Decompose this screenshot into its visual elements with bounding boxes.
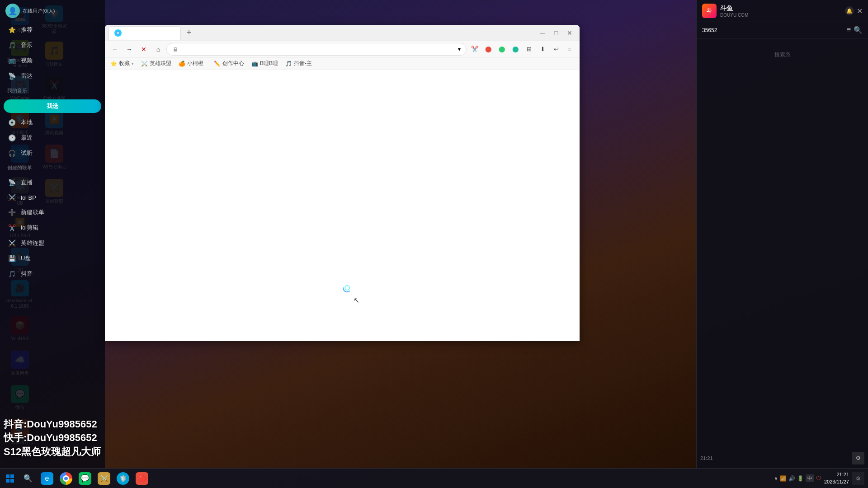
scissors-btn[interactable]: ✂️ (468, 43, 481, 56)
nav-music[interactable]: 🎵 音乐 (0, 38, 105, 53)
defender-icon: 🔴 (136, 472, 148, 485)
bookmark-douyin[interactable]: 🎵 抖音-主 (283, 59, 314, 68)
left-sidebar-panel: 👤 在线用户(0/人) ⭐ 推荐 🎵 音乐 📺 视频 📡 雷达 我的音乐 我选 … (0, 0, 105, 468)
nav-udisk[interactable]: 💾 U盘 (0, 251, 105, 266)
taskbar-search-button[interactable]: 🔍 (20, 469, 36, 488)
bookmark-lol[interactable]: ⚔️ 英雄联盟 (139, 59, 173, 68)
right-panel: 斗 斗鱼 DOUYU.COM 🔔 ✕ 35652 ≡ 🔍 搜索系 21:21 ⚙ (696, 0, 868, 468)
nav-hero-connect[interactable]: ⚔️ 英雄连盟 (0, 235, 105, 251)
bookmark-favorites[interactable]: ⭐ 收藏 ▾ (108, 59, 136, 68)
browser-tab[interactable] (108, 26, 181, 40)
loading-indicator (342, 282, 353, 295)
sound-icon[interactable]: 🔊 (788, 475, 795, 482)
network-icon[interactable]: 📶 (780, 475, 787, 482)
created-label: 创建的歌单 (7, 164, 32, 171)
taskbar-defender[interactable]: 🔴 (133, 469, 151, 488)
lol-edit-label: lol剪辑 (21, 224, 38, 232)
lol-bp-icon: ⚔️ (7, 194, 16, 201)
nav-live[interactable]: 📡 直播 (0, 175, 105, 190)
svg-rect-4 (6, 474, 9, 478)
forward-button[interactable]: → (123, 43, 136, 56)
taskbar-wechat[interactable]: 💬 (76, 469, 94, 488)
chrome-icon (60, 472, 72, 485)
bottom-line3: S12黑色玫瑰超凡大师 (4, 445, 101, 459)
back-button[interactable]: ← (108, 43, 121, 56)
search-icon[interactable]: 🔍 (854, 26, 863, 34)
red-btn[interactable]: ⬤ (482, 43, 495, 56)
taskbar-chrome[interactable] (57, 469, 75, 488)
my-music-label: 我的音乐 (7, 87, 27, 94)
new-tab-button[interactable]: + (183, 27, 195, 39)
douyu-domain: DOUYU.COM (720, 13, 748, 18)
video-label: 视频 (21, 56, 33, 65)
toolbar-actions: ≡ 🔍 (847, 26, 863, 34)
wechat-taskbar-icon: 💬 (79, 472, 91, 485)
right-panel-content: 搜索系 (697, 38, 868, 448)
lol-bp-label: lol BP (21, 194, 36, 201)
notification-icon[interactable]: 🔔 (845, 6, 854, 15)
notification-center-btn[interactable]: ⚙ (852, 472, 864, 485)
nav-new-playlist[interactable]: ➕ 新建歌单 (0, 205, 105, 220)
new-playlist-label: 新建歌单 (21, 208, 44, 216)
system-clock[interactable]: 21:21 2023/11/27 (824, 471, 849, 485)
green-btn[interactable]: ⬤ (495, 43, 508, 56)
home-button[interactable]: ⌂ (152, 43, 165, 56)
taskbar-lol[interactable]: ⚔️ (95, 469, 113, 488)
live-label: 直播 (21, 178, 33, 187)
user-id: 35652 (702, 27, 717, 33)
right-close-icon[interactable]: ✕ (857, 7, 863, 15)
menu-btn[interactable]: ≡ (563, 43, 576, 56)
download-btn[interactable]: ⬇ (536, 43, 549, 56)
antivirus-icon[interactable]: 🛡 (816, 475, 821, 482)
live-icon: 📡 (7, 179, 16, 186)
taskbar-360[interactable]: 🛡️ (114, 469, 132, 488)
taskbar-pinned-apps: e 💬 ⚔️ 🛡️ 🔴 (38, 469, 151, 488)
bottom-line2: 快手:DouYu9985652 (4, 431, 101, 445)
nav-lol-bp[interactable]: ⚔️ lol BP (0, 190, 105, 205)
undo-btn[interactable]: ↩ (550, 43, 562, 56)
nav-local[interactable]: 💿 本地 (0, 115, 105, 130)
bookmark-xiaohe[interactable]: 🍊 小柯橙+ (177, 59, 208, 68)
nav-lol-edit[interactable]: ✂️ lol剪辑 (0, 220, 105, 235)
address-bar[interactable]: ▾ (166, 43, 467, 56)
nav-video[interactable]: 📺 视频 (0, 53, 105, 68)
douyu-text: 斗鱼 DOUYU.COM (720, 5, 748, 18)
taskbar-edge[interactable]: e (38, 469, 56, 488)
nav-recent[interactable]: 🕐 最近 (0, 130, 105, 145)
nav-trial[interactable]: 🎧 试听 (0, 145, 105, 161)
nav-highlight-btn[interactable]: 我选 (4, 99, 101, 113)
browser-content: ↖ (105, 70, 580, 341)
hero-connect-icon: ⚔️ (7, 239, 16, 247)
svg-rect-7 (10, 479, 14, 483)
nav-radar[interactable]: 📡 雷达 (0, 68, 105, 84)
start-button[interactable] (0, 469, 20, 488)
bili-label: B哩B哩 (260, 60, 278, 67)
create-icon: ✏️ (214, 61, 221, 67)
list-view-icon[interactable]: ≡ (847, 26, 851, 34)
browser-toolbar: ← → ✕ ⌂ ▾ ✂️ ⬤ ⬤ ⬤ ⊞ ⬇ ↩ ≡ (105, 41, 580, 57)
ime-icon[interactable]: 中 (806, 474, 814, 482)
music-label: 音乐 (21, 41, 33, 49)
browser-titlebar: + ─ □ ✕ (105, 25, 580, 41)
nav-recommend[interactable]: ⭐ 推荐 (0, 22, 105, 38)
battery-icon[interactable]: 🔋 (797, 475, 804, 482)
reload-button[interactable]: ✕ (137, 43, 150, 56)
maximize-button[interactable]: □ (550, 27, 562, 39)
close-button[interactable]: ✕ (563, 27, 576, 39)
video-icon: 📺 (7, 57, 16, 64)
svg-rect-5 (10, 474, 14, 478)
recommend-icon: ⭐ (7, 26, 16, 33)
bottom-text-overlay: 抖音:DouYu9985652 快手:DouYu9985652 S12黑色玫瑰超… (0, 416, 104, 461)
nav-douyin[interactable]: 🎵 抖音 (0, 266, 105, 282)
address-dropdown-icon[interactable]: ▾ (458, 46, 461, 52)
new-playlist-icon: ➕ (7, 209, 16, 216)
bookmark-bili[interactable]: 📺 B哩B哩 (250, 59, 280, 68)
show-hidden-icon[interactable]: ∧ (774, 475, 778, 482)
minimize-button[interactable]: ─ (536, 27, 549, 39)
grid-btn[interactable]: ⊞ (523, 43, 535, 56)
teal-btn[interactable]: ⬤ (509, 43, 522, 56)
bookmark-create[interactable]: ✏️ 创作中心 (212, 59, 246, 68)
trial-label: 试听 (21, 149, 33, 157)
clock-date: 2023/11/27 (824, 479, 849, 485)
settings-btn[interactable]: ⚙ (852, 452, 864, 465)
